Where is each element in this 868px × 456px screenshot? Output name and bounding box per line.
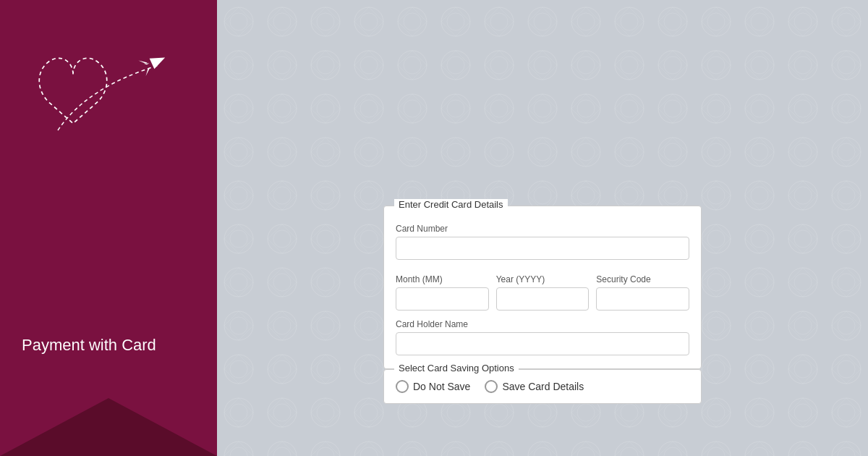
month-group: Month (MM) [396, 267, 489, 311]
card-saving-options-section: Select Card Saving Options Do Not Save S… [383, 369, 702, 404]
option-do-not-save[interactable]: Do Not Save [396, 380, 470, 393]
year-label: Year (YYYY) [496, 274, 590, 284]
save-options-legend: Select Card Saving Options [394, 363, 519, 373]
sidebar: Payment with Card [0, 0, 217, 456]
svg-marker-0 [150, 52, 168, 69]
card-details-legend: Enter Credit Card Details [394, 199, 508, 210]
cardholder-name-input[interactable] [396, 332, 689, 355]
svg-marker-2 [143, 68, 152, 76]
svg-marker-1 [138, 57, 147, 65]
month-input[interactable] [396, 287, 489, 311]
radio-save-card-details[interactable] [485, 380, 498, 393]
save-card-details-label: Save Card Details [502, 381, 584, 392]
cardholder-name-label: Card Holder Name [396, 319, 689, 329]
card-details-section: Enter Credit Card Details Card Number Mo… [383, 206, 702, 369]
svg-marker-4 [0, 398, 217, 456]
option-save-card-details[interactable]: Save Card Details [485, 380, 584, 393]
card-number-label: Card Number [396, 224, 689, 234]
sidebar-title: Payment with Card [0, 336, 217, 355]
radio-do-not-save[interactable] [396, 380, 409, 393]
card-expiry-security-group: Month (MM) Year (YYYY) Security Code [396, 267, 689, 311]
month-label: Month (MM) [396, 274, 489, 284]
do-not-save-label: Do Not Save [413, 381, 470, 392]
card-number-input[interactable] [396, 237, 689, 260]
year-input[interactable] [496, 287, 590, 311]
security-code-group: Security Code [596, 267, 689, 311]
main-content: Credit Card Debit Card Amount(QAR) 1040 … [217, 0, 868, 456]
save-options-radio-group: Do Not Save Save Card Details [396, 380, 689, 393]
security-code-label: Security Code [596, 274, 689, 284]
year-group: Year (YYYY) [496, 267, 590, 311]
heart-plane-illustration [29, 43, 188, 159]
security-code-input[interactable] [596, 287, 689, 311]
